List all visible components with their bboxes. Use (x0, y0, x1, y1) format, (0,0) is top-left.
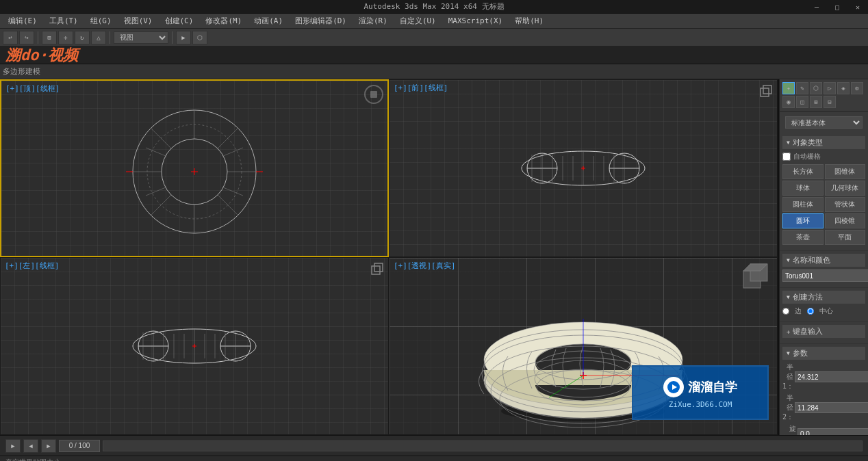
toolbar-sep3 (172, 31, 173, 44)
panel-icon-extra3[interactable]: ⊞ (810, 96, 822, 108)
creation-method-radios: 边 中心 (782, 306, 865, 316)
toolbar-rotate[interactable]: ↻ (75, 31, 90, 44)
toolbar-select[interactable]: ⊞ (42, 31, 57, 44)
panel-icon-modify[interactable]: ✎ (796, 82, 808, 94)
timeline-slider[interactable] (103, 440, 863, 451)
creation-method-section: ▼ 创建方法 边 中心 (780, 288, 868, 322)
svg-rect-55 (372, 266, 380, 274)
keyboard-input-header[interactable]: + 键盘输入 (782, 325, 865, 338)
menu-item-r[interactable]: 渲染(R) (353, 14, 393, 27)
keyboard-input-section: + 键盘输入 (780, 322, 868, 344)
vp-top-content (1, 81, 387, 256)
menu-item-v[interactable]: 视图(V) (118, 14, 158, 27)
obj-torus[interactable]: 圆环 (782, 213, 824, 228)
play-button[interactable]: ▶ (5, 439, 21, 453)
wm-play-icon (663, 377, 684, 397)
watermark: 溜溜自学 ZiXue.3D66.COM (632, 365, 769, 420)
wm-brand-text: 溜溜自学 (688, 379, 737, 395)
vp-persp-nav-cube[interactable] (740, 261, 774, 295)
menu-item-g[interactable]: 组(G) (85, 14, 117, 27)
vp-front-content (390, 80, 777, 256)
panel-icon-motion[interactable]: ▷ (824, 82, 836, 94)
radius2-input[interactable] (795, 402, 868, 413)
radius1-input[interactable] (795, 371, 868, 382)
obj-cylinder[interactable]: 圆柱体 (782, 197, 824, 212)
window-controls: ─ □ ✕ (806, 0, 868, 14)
obj-geosphere[interactable]: 几何球体 (825, 181, 866, 196)
menu-item-t[interactable]: 工具(T) (44, 14, 84, 27)
panel-icon-display[interactable]: ◈ (837, 82, 850, 94)
auto-grid-checkbox[interactable] (782, 153, 791, 161)
radius1-row: 半径1： ▲ ▼ (782, 363, 865, 391)
menu-item-e[interactable]: 编辑(E) (3, 14, 42, 27)
obj-cone[interactable]: 圆锥体 (825, 164, 866, 179)
name-input-row (782, 269, 865, 282)
viewport-front[interactable]: [+][前][线框] (389, 79, 778, 257)
object-type-header[interactable]: ▼ 对象类型 (782, 136, 865, 149)
viewport-persp-label[interactable]: [+][透视][真实] (394, 261, 455, 271)
menu-item-h[interactable]: 帮助(H) (509, 14, 549, 27)
toolbar-redo[interactable]: ↪ (19, 31, 34, 44)
maximize-button[interactable]: □ (827, 0, 847, 14)
panel-icon-utilities[interactable]: ⚙ (851, 82, 863, 94)
menu-item-a[interactable]: 动画(A) (248, 14, 288, 27)
menu-item-maxscriptx[interactable]: MAXScript(X) (443, 15, 508, 27)
menu-item-u[interactable]: 自定义(U) (394, 14, 442, 27)
obj-box[interactable]: 长方体 (782, 164, 824, 179)
svg-line-10 (151, 195, 171, 215)
titlebar: Autodesk 3ds Max 2014 x64 无标题 ─ □ ✕ (0, 0, 868, 14)
svg-line-14 (223, 148, 243, 156)
viewport-top-label[interactable]: [+][顶][线框] (5, 83, 60, 94)
name-color-label: 名称和颜色 (793, 255, 830, 265)
statusbar: 真实世界贴图大小 (0, 456, 868, 461)
cm-center-label: 中心 (819, 306, 833, 316)
svg-rect-56 (374, 263, 383, 272)
close-button[interactable]: ✕ (847, 0, 868, 14)
obj-sphere[interactable]: 球体 (782, 181, 824, 196)
menu-item-d[interactable]: 图形编辑器(D) (290, 14, 352, 27)
keyboard-input-label: 键盘输入 (793, 326, 823, 337)
prev-frame[interactable]: ◀ (23, 439, 38, 453)
obj-teapot[interactable]: 茶壶 (782, 230, 824, 245)
toolbar-render[interactable]: ▶ (176, 31, 191, 44)
object-category-dropdown[interactable]: 标准基本体 (785, 116, 863, 129)
toolbar-scale[interactable]: △ (91, 31, 106, 44)
view-select[interactable]: 视图 (114, 31, 168, 44)
obj-pyramid[interactable]: 四棱锥 (825, 213, 866, 228)
panel-icon-extra2[interactable]: ◫ (796, 96, 808, 108)
minimize-button[interactable]: ─ (806, 0, 827, 14)
creation-method-header[interactable]: ▼ 创建方法 (782, 291, 865, 304)
viewport-left-label[interactable]: [+][左][线框] (5, 261, 59, 271)
panel-icon-create[interactable]: ✦ (782, 82, 795, 94)
cm-center-radio[interactable] (807, 308, 814, 315)
object-name-input[interactable] (782, 269, 868, 282)
svg-rect-37 (763, 85, 771, 94)
time-input[interactable] (59, 440, 100, 452)
obj-tube[interactable]: 管状体 (825, 197, 866, 212)
toolbar-render2[interactable]: ⬡ (192, 31, 207, 44)
toolbar-undo[interactable]: ↩ (3, 31, 18, 44)
vp-left-corner-icon (369, 261, 385, 277)
torus-top-svg (126, 100, 263, 237)
params-label: 参数 (793, 348, 808, 358)
panel-icon-hierarchy[interactable]: ⬡ (810, 82, 822, 94)
rotate-input[interactable] (797, 428, 868, 435)
panel-icon-extra1[interactable]: ◉ (782, 96, 795, 108)
name-section-arrow: ▼ (787, 257, 790, 263)
viewport-top[interactable]: [+][顶][线框] (0, 79, 389, 257)
params-section: ▼ 参数 半径1： ▲ ▼ 半径2： ▲ ▼ 旋转： (780, 344, 868, 435)
name-color-header[interactable]: ▼ 名称和颜色 (782, 254, 865, 267)
viewport-front-label[interactable]: [+][前][线框] (394, 83, 448, 93)
next-frame[interactable]: ▶ (41, 439, 56, 453)
creation-method-label: 创建方法 (793, 292, 823, 302)
menu-item-m[interactable]: 修改器(M) (200, 14, 247, 27)
obj-plane[interactable]: 平面 (825, 230, 866, 245)
panel-icon-extra4[interactable]: ⊟ (824, 96, 836, 108)
menu-item-c[interactable]: 创建(C) (159, 14, 199, 27)
cm-edge-radio[interactable] (782, 308, 789, 315)
torus-left-svg (126, 319, 263, 373)
toolbar-move[interactable]: ✛ (58, 31, 73, 44)
viewport-left[interactable]: [+][左][线框] (0, 257, 389, 435)
params-header[interactable]: ▼ 参数 (782, 347, 865, 360)
svg-line-9 (218, 128, 238, 148)
